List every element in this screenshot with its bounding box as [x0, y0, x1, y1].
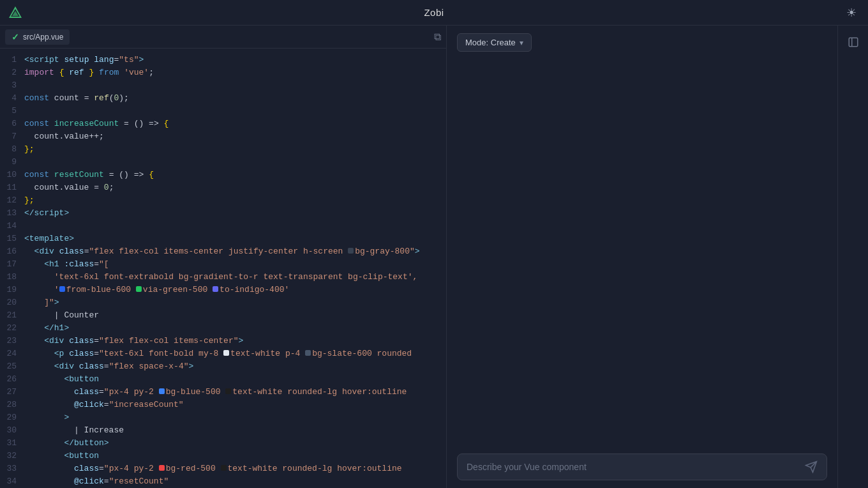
line-number: 10 [5, 169, 17, 181]
line-numbers: 1234567891011121314151617181920212223242… [0, 49, 24, 488]
main-area: ✓ src/App.vue ⧉ 123456789101112131415161… [0, 26, 868, 488]
code-line: const increaseCount = () => { [24, 118, 441, 130]
code-line: | Increase [24, 424, 441, 437]
line-number: 22 [5, 322, 17, 335]
code-line: </button> [24, 437, 441, 450]
line-number: 12 [5, 194, 17, 207]
line-number: 2 [5, 66, 17, 79]
line-number: 28 [5, 399, 17, 411]
line-number: 8 [5, 143, 17, 156]
sidebar-panel-button[interactable] [842, 31, 865, 54]
code-line: import { ref } from 'vue'; [24, 66, 441, 79]
code-line: | Counter [24, 309, 441, 322]
line-number: 31 [5, 437, 17, 450]
chat-input-area [447, 446, 837, 488]
chat-input-wrapper [457, 454, 827, 480]
svg-rect-5 [849, 38, 858, 47]
code-line: <div class="flex flex-col items-center j… [24, 245, 441, 258]
line-number: 21 [5, 309, 17, 322]
line-number: 20 [5, 296, 17, 309]
line-number: 25 [5, 360, 17, 373]
code-line [24, 79, 441, 92]
code-line: <div class="flex space-x-4"> [24, 360, 441, 373]
line-number: 23 [5, 335, 17, 347]
line-number: 9 [5, 156, 17, 169]
theme-toggle-button[interactable]: ☀ [841, 3, 862, 23]
right-panel: Mode: Create ▾ [447, 26, 837, 488]
line-number: 3 [5, 79, 17, 92]
code-line: <script setup lang="ts"> [24, 54, 441, 66]
line-number: 1 [5, 54, 17, 66]
code-line: </script> [24, 207, 441, 220]
code-line [24, 156, 441, 169]
code-line [24, 105, 441, 118]
file-tab-label: src/App.vue [23, 33, 63, 42]
code-line: <button [24, 373, 441, 386]
code-line: }; [24, 143, 441, 156]
mode-dropdown[interactable]: Mode: Create ▾ [457, 33, 532, 52]
file-tab-bar: ✓ src/App.vue ⧉ [0, 26, 446, 49]
line-number: 5 [5, 105, 17, 118]
code-line [24, 220, 441, 233]
app-title: Zobi [424, 7, 444, 18]
line-number: 13 [5, 207, 17, 220]
line-number: 34 [5, 475, 17, 488]
code-line: const resetCount = () => { [24, 169, 441, 181]
code-line: 'text-6xl font-extrabold bg-gradient-to-… [24, 271, 441, 284]
chevron-down-icon: ▾ [520, 38, 523, 47]
code-line: <div class="flex flex-col items-center"> [24, 335, 441, 347]
file-tab-app-vue[interactable]: ✓ src/App.vue [5, 29, 70, 45]
line-number: 26 [5, 373, 17, 386]
vue-file-icon: ✓ [11, 32, 19, 42]
line-number: 4 [5, 92, 17, 105]
code-area[interactable]: 1234567891011121314151617181920212223242… [0, 49, 446, 488]
send-button[interactable] [805, 461, 818, 473]
right-sidebar [837, 26, 868, 488]
copy-button[interactable]: ⧉ [434, 31, 441, 43]
code-line: }; [24, 194, 441, 207]
mode-label: Mode: Create [465, 38, 516, 47]
code-line: </h1> [24, 322, 441, 335]
code-line: ]"> [24, 296, 441, 309]
line-number: 29 [5, 411, 17, 424]
line-number: 14 [5, 220, 17, 233]
line-number: 30 [5, 424, 17, 437]
line-number: 17 [5, 258, 17, 271]
code-line: <p class="text-6xl font-bold my-8 text-w… [24, 347, 441, 360]
code-line: <h1 :class="[ [24, 258, 441, 271]
code-line: @click="increaseCount" [24, 399, 441, 411]
code-line: > [24, 411, 441, 424]
line-number: 18 [5, 271, 17, 284]
topbar: Zobi ☀ [0, 0, 868, 26]
code-content: <script setup lang="ts">import { ref } f… [24, 49, 446, 488]
code-line: count.value++; [24, 130, 441, 143]
code-line: count.value = 0; [24, 181, 441, 194]
code-line: @click="resetCount" [24, 475, 441, 488]
line-number: 16 [5, 245, 17, 258]
app-logo [6, 4, 24, 22]
line-number: 33 [5, 462, 17, 475]
line-number: 32 [5, 450, 17, 462]
line-number: 7 [5, 130, 17, 143]
line-number: 11 [5, 181, 17, 194]
editor-panel: ✓ src/App.vue ⧉ 123456789101112131415161… [0, 26, 447, 488]
code-line: class="px-4 py-2 bg-red-500 text-white r… [24, 462, 441, 475]
code-line: class="px-4 py-2 bg-blue-500 text-white … [24, 386, 441, 399]
line-number: 27 [5, 386, 17, 399]
line-number: 19 [5, 284, 17, 296]
line-number: 15 [5, 233, 17, 245]
line-number: 6 [5, 118, 17, 130]
code-line: <template> [24, 233, 441, 245]
mode-bar: Mode: Create ▾ [447, 26, 837, 59]
preview-area [447, 59, 837, 446]
code-line: <button [24, 450, 441, 462]
code-line: 'from-blue-600 via-green-500 to-indigo-4… [24, 284, 441, 296]
chat-input[interactable] [467, 462, 800, 472]
line-number: 24 [5, 347, 17, 360]
code-line: const count = ref(0); [24, 92, 441, 105]
